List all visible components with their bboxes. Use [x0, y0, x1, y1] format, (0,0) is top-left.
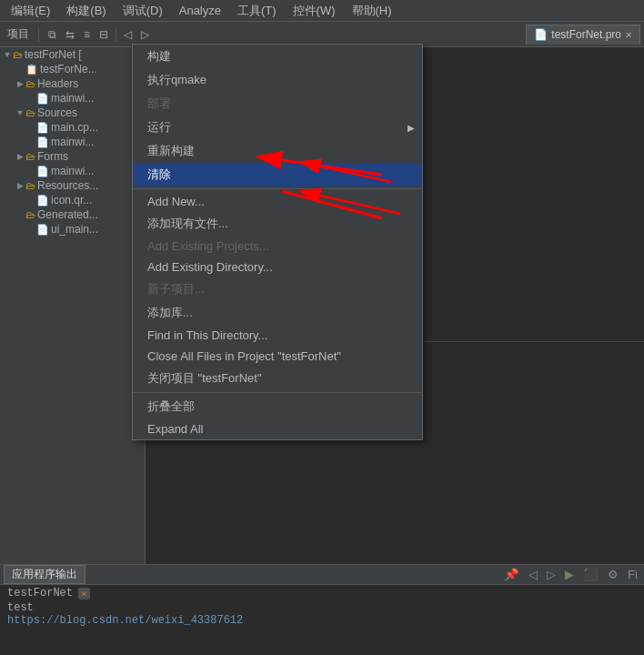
menu-separator-2: [133, 392, 422, 393]
collapse-button[interactable]: ⊟: [96, 26, 112, 43]
menu-add-existing-files-label: 添加现有文件...: [147, 216, 228, 232]
tree-mainwi-cpp[interactable]: 📄 mainwi...: [0, 135, 145, 149]
output-link[interactable]: https://blog.csdn.net/weixi_43387612: [7, 614, 243, 627]
icon-qrc-label: icon.qr...: [51, 194, 92, 207]
close-tab-button[interactable]: ✕: [625, 30, 632, 40]
toolbar-divider-1: [38, 27, 39, 42]
menu-edit[interactable]: 编辑(E): [4, 1, 57, 21]
menu-rebuild-label: 重新构建: [147, 143, 195, 159]
menu-button[interactable]: ≡: [80, 26, 94, 43]
menu-rebuild[interactable]: 重新构建: [133, 139, 422, 163]
menu-run-label: 运行: [147, 119, 171, 136]
tree-generated[interactable]: 🗁 Generated...: [0, 207, 145, 222]
bottom-tabs: 应用程序输出 📌 ◁ ▷ ▶ ⬛ ⚙ Fi: [0, 565, 644, 585]
menu-add-existing-projects: Add Existing Projects...: [133, 236, 422, 257]
menu-add-existing-dir[interactable]: Add Existing Directory...: [133, 257, 422, 277]
run-badge[interactable]: ✕: [78, 588, 90, 600]
menu-add-new[interactable]: Add New...: [133, 191, 422, 212]
tree-mainwi-ui[interactable]: 📄 mainwi...: [0, 164, 145, 178]
menu-expand-all[interactable]: Expand All: [133, 418, 422, 439]
tab-label: testForNet.pro: [551, 28, 621, 41]
filter-button[interactable]: ⧉: [45, 26, 60, 43]
menu-add-existing-files[interactable]: 添加现有文件...: [133, 212, 422, 236]
bottom-panel: 应用程序输出 📌 ◁ ▷ ▶ ⬛ ⚙ Fi testForNet ✕ test …: [0, 564, 644, 655]
output-prev-button[interactable]: ◁: [526, 567, 540, 582]
tree-sources[interactable]: ▼ 🗁 Sources: [0, 106, 145, 120]
menu-close-project[interactable]: 关闭项目 "testForNet": [133, 367, 422, 390]
mainwi-ui-icon: 📄: [36, 166, 49, 177]
prev-button[interactable]: ◁: [120, 26, 136, 43]
menu-close-all-files-label: Close All Files in Project "testForNet": [147, 349, 341, 363]
output-settings-button[interactable]: ⚙: [605, 567, 621, 582]
root-label: testForNet [: [25, 48, 82, 61]
mainwi-h-icon: 📄: [36, 93, 49, 105]
link-button[interactable]: ⇆: [62, 26, 78, 43]
mainwi-cpp-icon: 📄: [36, 136, 49, 148]
menu-close-all-files[interactable]: Close All Files in Project "testForNet": [133, 346, 422, 367]
root-folder-icon: 🗁: [13, 49, 23, 60]
bottom-tab-icons: 📌 ◁ ▷ ▶ ⬛ ⚙ Fi: [501, 567, 640, 582]
tree-resources[interactable]: ▶ 🗁 Resources...: [0, 178, 145, 193]
run-label: testForNet: [7, 587, 73, 600]
menu-find-in-dir-label: Find in This Directory...: [147, 328, 267, 342]
menu-deploy-label: 部署: [147, 96, 171, 112]
menu-run[interactable]: 运行 ▶: [133, 116, 422, 139]
menu-separator-1: [133, 188, 422, 189]
sidebar: ▼ 🗁 testForNet [ 📋 testForNe... ▶ 🗁 Head…: [0, 47, 146, 608]
menu-tools[interactable]: 工具(T): [230, 1, 284, 21]
menu-new-subproject-label: 新子项目...: [147, 281, 205, 297]
tree-ui-main[interactable]: 📄 ui_main...: [0, 222, 145, 237]
menu-build-label: 构建: [147, 48, 171, 65]
output-run-button[interactable]: ▶: [562, 567, 577, 582]
menu-add-library[interactable]: 添加库...: [133, 301, 422, 325]
menu-controls[interactable]: 控件(W): [286, 1, 343, 21]
menu-add-new-label: Add New...: [147, 195, 205, 208]
root-arrow: ▼: [2, 50, 13, 59]
resources-arrow: ▶: [15, 181, 25, 190]
menu-collapse-all[interactable]: 折叠全部: [133, 395, 422, 418]
ui-main-label: ui_main...: [51, 223, 98, 236]
menu-add-existing-projects-label: Add Existing Projects...: [147, 239, 269, 253]
tab-icon: 📄: [534, 28, 548, 41]
tree-root[interactable]: ▼ 🗁 testForNet [: [0, 47, 145, 62]
headers-arrow: ▶: [15, 79, 25, 88]
context-menu: 构建 执行qmake 部署 运行 ▶ 重新构建 清除 Add New... 添加…: [132, 44, 423, 440]
output-pin-button[interactable]: 📌: [501, 567, 522, 582]
toolbar-icons: ⧉ ⇆ ≡ ⊟ ◁ ▷: [45, 26, 153, 43]
tree-headers[interactable]: ▶ 🗁 Headers: [0, 76, 145, 91]
sources-arrow: ▼: [15, 108, 25, 117]
menu-find-in-dir[interactable]: Find in This Directory...: [133, 325, 422, 346]
output-tab[interactable]: 应用程序输出: [4, 565, 86, 584]
tree-pro-file[interactable]: 📋 testForNe...: [0, 62, 145, 76]
menu-help[interactable]: 帮助(H): [345, 1, 399, 21]
bottom-content: testForNet ✕ test https://blog.csdn.net/…: [0, 585, 644, 655]
menu-build[interactable]: 构建: [133, 45, 422, 68]
icon-qrc-icon: 📄: [36, 195, 49, 207]
menu-analyze[interactable]: Analyze: [172, 2, 228, 19]
tree-main-cpp[interactable]: 📄 main.cp...: [0, 120, 145, 135]
menu-deploy: 部署: [133, 92, 422, 116]
menu-clean[interactable]: 清除: [133, 163, 422, 186]
run-submenu-arrow: ▶: [408, 123, 415, 133]
sources-folder-icon: 🗁: [25, 107, 35, 118]
menu-debug[interactable]: 调试(D): [116, 1, 170, 21]
mainwi-ui-label: mainwi...: [51, 165, 94, 177]
forms-arrow: ▶: [15, 152, 25, 161]
sources-label: Sources: [37, 106, 77, 119]
tree-mainwi-h[interactable]: 📄 mainwi...: [0, 91, 145, 106]
main-cpp-icon: 📄: [36, 122, 49, 134]
tree-forms[interactable]: ▶ 🗁 Forms: [0, 149, 145, 164]
headers-folder-icon: 🗁: [25, 78, 35, 89]
output-next-button[interactable]: ▷: [544, 567, 558, 582]
output-search-button[interactable]: Fi: [625, 567, 640, 582]
menu-build[interactable]: 构建(B): [59, 1, 113, 21]
menu-clean-label: 清除: [147, 166, 171, 183]
resources-label: Resources...: [37, 179, 98, 192]
next-button[interactable]: ▷: [137, 26, 153, 43]
output-stop-button[interactable]: ⬛: [580, 567, 601, 582]
tree-icon-qrc[interactable]: 📄 icon.qr...: [0, 193, 145, 207]
toolbar-divider-2: [116, 27, 116, 42]
editor-tab[interactable]: 📄 testForNet.pro ✕: [526, 25, 640, 45]
menu-execute-qmake[interactable]: 执行qmake: [133, 68, 422, 92]
mainwi-cpp-label: mainwi...: [51, 136, 94, 148]
